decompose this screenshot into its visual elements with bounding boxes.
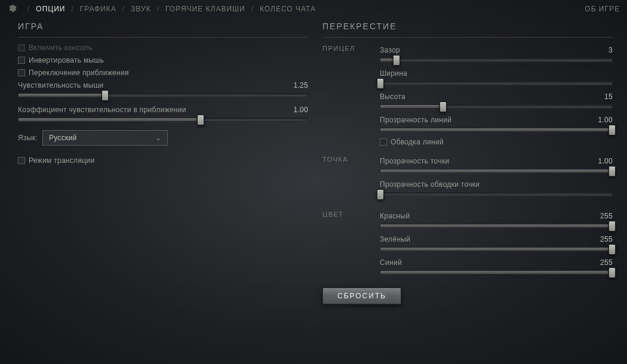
checkbox-invert-mouse[interactable]: Инвертировать мышь xyxy=(18,56,308,64)
checkbox-label: Режим трансляции xyxy=(29,156,94,165)
slider-label: Красный xyxy=(380,212,410,220)
slider-thumb[interactable] xyxy=(608,244,616,255)
slider-dot-alpha[interactable]: Прозрачность точки 1.00 xyxy=(380,157,613,173)
tab-graphics[interactable]: ГРАФИКА xyxy=(80,5,116,13)
slider-red[interactable]: Красный 255 xyxy=(380,212,613,228)
checkbox-toggle-zoom[interactable]: Переключение приближения xyxy=(18,69,308,77)
nav-sep: / xyxy=(251,5,254,13)
slider-blue[interactable]: Синий 255 xyxy=(380,258,613,274)
slider-thumb[interactable] xyxy=(377,189,384,200)
slider-value: 255 xyxy=(600,212,613,220)
tab-options[interactable]: ОПЦИИ xyxy=(36,5,65,13)
group-label: ПРИЦЕЛ xyxy=(322,44,380,149)
slider-mouse-sens[interactable]: Чувствительность мыши 1.25 xyxy=(18,81,308,97)
group-reticle: ПРИЦЕЛ Зазор 3 Ширина xyxy=(322,44,613,149)
slider-label: Коэффициент чувствительности в приближен… xyxy=(18,106,186,114)
slider-value: 1.00 xyxy=(293,106,308,114)
gear-icon[interactable] xyxy=(7,4,17,15)
tab-chatwheel[interactable]: КОЛЕСО ЧАТА xyxy=(260,5,316,13)
slider-height[interactable]: Высота 15 xyxy=(380,92,613,109)
top-nav: / ОПЦИИ / ГРАФИКА / ЗВУК / ГОРЯЧИЕ КЛАВИ… xyxy=(0,0,627,18)
checkbox-icon xyxy=(18,57,25,64)
slider-value: 255 xyxy=(600,235,613,243)
checkbox-label: Включить консоль xyxy=(29,44,92,52)
nav-sep: / xyxy=(27,5,30,13)
slider-green[interactable]: Зелёный 255 xyxy=(380,235,613,251)
slider-thumb[interactable] xyxy=(608,221,616,232)
checkbox-stream-mode[interactable]: Режим трансляции xyxy=(18,156,308,165)
slider-track[interactable] xyxy=(380,247,613,251)
slider-thumb[interactable] xyxy=(197,115,204,125)
group-dot: ТОЧКА Прозрачность точки 1.00 Прозрачнос… xyxy=(322,155,613,203)
slider-line-alpha[interactable]: Прозрачность линий 1.00 xyxy=(380,116,613,132)
crosshair-title: ПЕРЕКРЕСТИЕ xyxy=(322,21,613,31)
slider-value: 255 xyxy=(600,258,613,267)
language-row: Язык: Русский ⌄ xyxy=(18,130,308,146)
slider-gap[interactable]: Зазор 3 xyxy=(380,46,613,62)
checkbox-enable-console: Включить консоль xyxy=(18,44,308,52)
slider-label: Зелёный xyxy=(380,235,410,243)
slider-value: 1.00 xyxy=(598,116,613,124)
slider-label: Чувствительность мыши xyxy=(18,81,104,90)
nav-sep: / xyxy=(122,5,125,13)
slider-thumb[interactable] xyxy=(439,101,447,112)
chevron-down-icon: ⌄ xyxy=(155,134,161,142)
divider xyxy=(18,37,308,38)
crosshair-section: ПЕРЕКРЕСТИЕ ПРИЦЕЛ Зазор 3 Ширин xyxy=(322,21,613,304)
slider-value: 3 xyxy=(608,46,613,54)
slider-thumb[interactable] xyxy=(608,267,616,278)
checkbox-icon xyxy=(18,44,25,51)
slider-track[interactable] xyxy=(380,128,613,132)
slider-track[interactable] xyxy=(380,58,613,62)
nav-sep: / xyxy=(157,5,159,13)
slider-label: Высота xyxy=(380,92,405,101)
nav-sep: / xyxy=(71,5,73,13)
checkbox-icon xyxy=(18,69,25,76)
checkbox-line-outline[interactable]: Обводка линий xyxy=(380,138,613,146)
slider-track[interactable] xyxy=(380,270,613,274)
reset-button[interactable]: СБРОСИТЬ xyxy=(322,288,401,304)
slider-thumb[interactable] xyxy=(102,90,109,101)
group-label: ТОЧКА xyxy=(322,155,380,203)
checkbox-icon xyxy=(18,157,25,164)
slider-thumb[interactable] xyxy=(393,55,400,66)
tab-about[interactable]: ОБ ИГРЕ xyxy=(585,5,620,13)
slider-thumb[interactable] xyxy=(608,166,616,177)
checkbox-label: Переключение приближения xyxy=(29,69,129,77)
slider-value: 1.25 xyxy=(293,81,308,90)
tab-hotkeys[interactable]: ГОРЯЧИЕ КЛАВИШИ xyxy=(165,5,245,13)
slider-label: Ширина xyxy=(380,69,407,78)
group-label: ЦВЕТ xyxy=(322,209,380,282)
slider-track[interactable] xyxy=(380,104,613,109)
slider-label: Синий xyxy=(380,258,402,267)
slider-value: 1.00 xyxy=(598,157,613,165)
slider-thumb[interactable] xyxy=(377,78,384,89)
slider-label: Зазор xyxy=(380,46,400,54)
slider-track[interactable] xyxy=(380,81,613,85)
slider-label: Прозрачность обводки точки xyxy=(380,180,480,189)
slider-label: Прозрачность точки xyxy=(380,157,449,165)
slider-track[interactable] xyxy=(380,192,613,196)
language-label: Язык: xyxy=(18,134,38,142)
language-select[interactable]: Русский ⌄ xyxy=(42,130,168,146)
slider-dot-outline-alpha[interactable]: Прозрачность обводки точки xyxy=(380,180,613,196)
divider xyxy=(322,37,613,38)
slider-width[interactable]: Ширина xyxy=(380,69,613,85)
slider-track[interactable] xyxy=(18,93,308,97)
slider-track[interactable] xyxy=(18,118,308,122)
checkbox-label: Обводка линий xyxy=(391,138,444,146)
checkbox-label: Инвертировать мышь xyxy=(29,56,104,64)
game-section: ИГРА Включить консоль Инвертировать мышь… xyxy=(18,21,308,304)
group-color: ЦВЕТ Красный 255 Зелёный 255 xyxy=(322,209,613,282)
slider-zoom-sens[interactable]: Коэффициент чувствительности в приближен… xyxy=(18,106,308,122)
slider-track[interactable] xyxy=(380,224,613,228)
slider-label: Прозрачность линий xyxy=(380,116,451,124)
game-title: ИГРА xyxy=(18,21,308,31)
checkbox-icon xyxy=(380,138,387,146)
language-value: Русский xyxy=(49,134,77,142)
slider-value: 15 xyxy=(604,92,613,101)
slider-track[interactable] xyxy=(380,169,613,173)
slider-thumb[interactable] xyxy=(608,125,616,135)
tab-sound[interactable]: ЗВУК xyxy=(131,5,150,13)
